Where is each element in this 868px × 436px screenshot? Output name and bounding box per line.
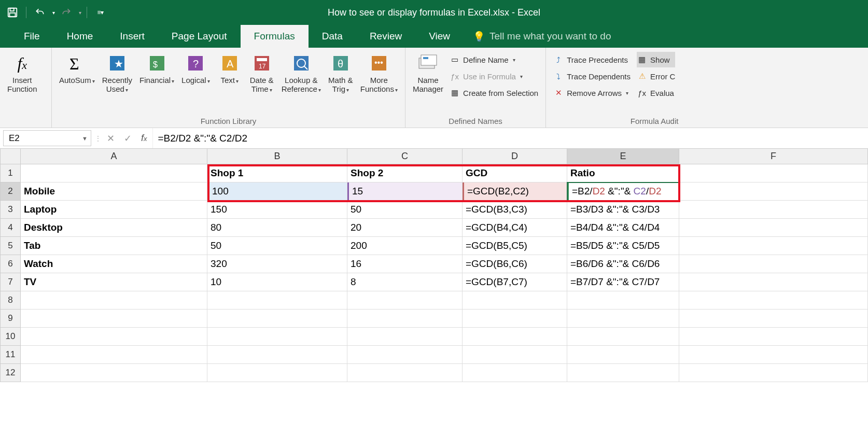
cell-D2[interactable]: =GCD(B2,C2) [463,182,567,201]
cell-C5[interactable]: 200 [347,237,463,255]
cell-B3[interactable]: 150 [207,201,347,219]
cell-C10[interactable] [347,328,463,346]
cell-D7[interactable]: =GCD(B7,C7) [463,273,567,291]
cell-C12[interactable] [347,364,463,382]
name-box[interactable]: E2 ▼ [3,130,91,146]
name-manager-button[interactable]: Name Manager [410,50,446,103]
row-header-3[interactable]: 3 [0,201,21,219]
cell-C9[interactable] [347,310,463,328]
cell-A11[interactable] [21,346,207,364]
cell-B11[interactable] [207,346,347,364]
cell-F7[interactable] [679,273,868,291]
save-button[interactable] [4,5,21,20]
cell-D8[interactable] [463,291,567,310]
row-header-11[interactable]: 11 [0,346,21,364]
cell-F2[interactable] [679,182,868,201]
cell-C8[interactable] [347,291,463,310]
library-math-trig-button[interactable]: θMath & Trig▾ [325,50,356,94]
library-lookup-reference-button[interactable]: Lookup & Reference▾ [278,50,324,94]
cell-B4[interactable]: 80 [207,219,347,237]
select-all-corner[interactable] [0,149,21,164]
row-header-5[interactable]: 5 [0,237,21,255]
row-header-9[interactable]: 9 [0,310,21,328]
cell-F6[interactable] [679,255,868,273]
cell-B6[interactable]: 320 [207,255,347,273]
cell-F12[interactable] [679,364,868,382]
cell-D6[interactable]: =GCD(B6,C6) [463,255,567,273]
cell-A1[interactable] [21,164,207,182]
tab-formulas[interactable]: Formulas [241,25,309,48]
qat-customize-button[interactable]: ≡▾ [92,5,109,20]
column-header-B[interactable]: B [207,149,347,164]
column-header-A[interactable]: A [21,149,207,164]
column-header-F[interactable]: F [679,149,868,164]
tab-home[interactable]: Home [53,25,107,48]
cell-E5[interactable]: =B5/D5 &":"& C5/D5 [567,237,679,255]
tab-page-layout[interactable]: Page Layout [158,25,241,48]
cell-E11[interactable] [567,346,679,364]
cell-A7[interactable]: TV [21,273,207,291]
cell-F8[interactable] [679,291,868,310]
cell-B1[interactable]: Shop 1 [207,164,347,182]
cell-B8[interactable] [207,291,347,310]
cell-A4[interactable]: Desktop [21,219,207,237]
row-header-12[interactable]: 12 [0,364,21,382]
cell-C7[interactable]: 8 [347,273,463,291]
cell-D5[interactable]: =GCD(B5,C5) [463,237,567,255]
cell-A8[interactable] [21,291,207,310]
undo-dropdown-icon[interactable]: ▾ [52,10,55,16]
tab-insert[interactable]: Insert [106,25,158,48]
row-header-1[interactable]: 1 [0,164,21,182]
cell-E7[interactable]: =B7/D7 &":"& C7/D7 [567,273,679,291]
cell-F9[interactable] [679,310,868,328]
cell-B9[interactable] [207,310,347,328]
column-header-C[interactable]: C [347,149,463,164]
cell-B7[interactable]: 10 [207,273,347,291]
cell-A12[interactable] [21,364,207,382]
cell-D3[interactable]: =GCD(B3,C3) [463,201,567,219]
formula-input[interactable]: =B2/D2 &":"& C2/D2 [152,128,868,148]
tab-data[interactable]: Data [309,25,356,48]
cell-C1[interactable]: Shop 2 [347,164,463,182]
cell-C6[interactable]: 16 [347,255,463,273]
library-more-functions-button[interactable]: •••More Functions▾ [357,50,401,94]
chevron-down-icon[interactable]: ▼ [82,135,88,142]
cell-B12[interactable] [207,364,347,382]
cell-D12[interactable] [463,364,567,382]
remove-arrows-button[interactable]: ✕Remove Arrows▾ [553,85,631,101]
tab-review[interactable]: Review [356,25,415,48]
error-checking-button[interactable]: ⚠Error C [637,68,675,84]
cell-D10[interactable] [463,328,567,346]
library-recently-used-button[interactable]: ★Recently Used▾ [99,50,135,94]
cell-F5[interactable] [679,237,868,255]
evaluate-formula-button[interactable]: ƒxEvalua [637,85,675,101]
row-header-6[interactable]: 6 [0,255,21,273]
redo-dropdown-icon[interactable]: ▾ [79,10,81,16]
cell-E9[interactable] [567,310,679,328]
cell-E2[interactable]: =B2/D2 &":"& C2/D2 [567,182,679,201]
trace-dependents-button[interactable]: ⤵Trace Dependents [553,68,631,84]
cancel-formula-button[interactable]: ✕ [107,133,115,144]
cell-B5[interactable]: 50 [207,237,347,255]
cell-F10[interactable] [679,328,868,346]
cell-F11[interactable] [679,346,868,364]
row-header-2[interactable]: 2 [0,182,21,201]
library-text-button[interactable]: AText▾ [214,50,245,94]
cell-D1[interactable]: GCD [463,164,567,182]
trace-precedents-button[interactable]: ⤴Trace Precedents [553,52,631,67]
cell-C2[interactable]: 15 [347,182,463,201]
cell-F4[interactable] [679,219,868,237]
cell-A10[interactable] [21,328,207,346]
column-header-D[interactable]: D [463,149,567,164]
library-logical-button[interactable]: ?Logical▾ [178,50,213,94]
cell-F1[interactable] [679,164,868,182]
cell-A2[interactable]: Mobile [21,182,207,201]
cell-E1[interactable]: Ratio [567,164,679,182]
library-autosum-button[interactable]: ΣAutoSum▾ [56,50,98,94]
define-name-button[interactable]: ▭Define Name▾ [450,52,538,67]
redo-button[interactable] [58,5,75,20]
create-from-selection-button[interactable]: ▦Create from Selection [450,85,538,101]
cell-E8[interactable] [567,291,679,310]
tab-view[interactable]: View [415,25,464,48]
cell-E12[interactable] [567,364,679,382]
